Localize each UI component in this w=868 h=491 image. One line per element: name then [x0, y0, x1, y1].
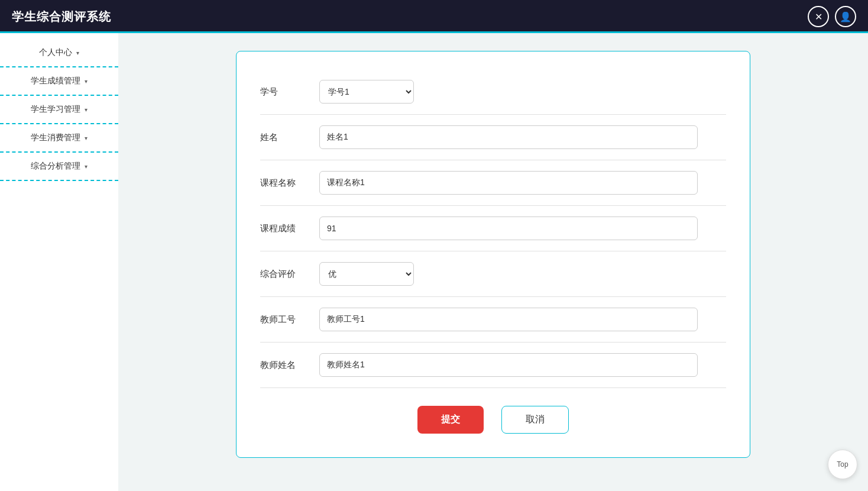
- sidebar-item-personal-center[interactable]: 个人中心 ▾: [0, 39, 118, 67]
- label-course-score: 课程成绩: [260, 223, 319, 234]
- app-title: 学生综合测评系统: [12, 9, 111, 25]
- close-icon-button[interactable]: ✕: [808, 6, 829, 27]
- header: 学生综合测评系统 ✕ 👤: [0, 0, 868, 33]
- form-row-course-score: 课程成绩: [260, 206, 726, 251]
- form-row-student-id: 学号 学号1 学号2 学号3: [260, 69, 726, 115]
- top-button[interactable]: Top: [828, 450, 857, 479]
- sidebar-label-grade: 学生成绩管理: [31, 76, 80, 85]
- form-card: 学号 学号1 学号2 学号3 姓名 课程名称 课程成绩: [236, 51, 750, 458]
- sidebar-label-study: 学生学习管理: [31, 104, 80, 114]
- form-row-name: 姓名: [260, 115, 726, 160]
- chevron-down-icon-3: ▾: [85, 106, 88, 113]
- label-teacher-id: 教师工号: [260, 314, 319, 325]
- label-student-id: 学号: [260, 86, 319, 98]
- user-icon-button[interactable]: 👤: [835, 6, 856, 27]
- header-icons: ✕ 👤: [808, 6, 856, 27]
- chevron-down-icon: ▾: [76, 50, 79, 56]
- form-row-evaluation: 综合评价 优 良 中 差: [260, 251, 726, 297]
- sidebar-item-consumption-management[interactable]: 学生消费管理 ▾: [0, 124, 118, 153]
- label-teacher-name: 教师姓名: [260, 360, 319, 371]
- top-button-label: Top: [837, 460, 848, 469]
- input-teacher-name[interactable]: [319, 353, 698, 377]
- select-evaluation[interactable]: 优 良 中 差: [319, 262, 414, 286]
- form-actions: 提交 取消: [260, 406, 726, 434]
- sidebar-label-personal: 个人中心: [39, 47, 72, 57]
- chevron-down-icon-5: ▾: [85, 163, 88, 170]
- input-course-score[interactable]: [319, 217, 698, 240]
- input-name[interactable]: [319, 125, 698, 149]
- select-student-id[interactable]: 学号1 学号2 学号3: [319, 80, 414, 104]
- chevron-down-icon-2: ▾: [85, 78, 88, 85]
- sidebar-item-grade-management[interactable]: 学生成绩管理 ▾: [0, 67, 118, 96]
- form-row-teacher-name: 教师姓名: [260, 343, 726, 388]
- form-row-course-name: 课程名称: [260, 160, 726, 206]
- sidebar-label-analysis: 综合分析管理: [31, 161, 80, 170]
- sidebar-label-consumption: 学生消费管理: [31, 133, 80, 142]
- layout: 个人中心 ▾ 学生成绩管理 ▾ 学生学习管理 ▾ 学生消费管理 ▾ 综合分析管理…: [0, 33, 868, 491]
- chevron-down-icon-4: ▾: [85, 135, 88, 141]
- label-name: 姓名: [260, 132, 319, 143]
- label-course-name: 课程名称: [260, 177, 319, 189]
- close-icon: ✕: [815, 11, 822, 22]
- main-content: 学号 学号1 学号2 学号3 姓名 课程名称 课程成绩: [118, 33, 868, 491]
- input-teacher-id[interactable]: [319, 308, 698, 331]
- sidebar-item-study-management[interactable]: 学生学习管理 ▾: [0, 96, 118, 124]
- user-icon: 👤: [840, 11, 851, 22]
- label-evaluation: 综合评价: [260, 269, 319, 280]
- sidebar: 个人中心 ▾ 学生成绩管理 ▾ 学生学习管理 ▾ 学生消费管理 ▾ 综合分析管理…: [0, 33, 118, 491]
- form-row-teacher-id: 教师工号: [260, 297, 726, 343]
- sidebar-item-analysis-management[interactable]: 综合分析管理 ▾: [0, 153, 118, 181]
- submit-button[interactable]: 提交: [417, 406, 484, 434]
- input-course-name[interactable]: [319, 171, 698, 195]
- cancel-button[interactable]: 取消: [501, 406, 569, 434]
